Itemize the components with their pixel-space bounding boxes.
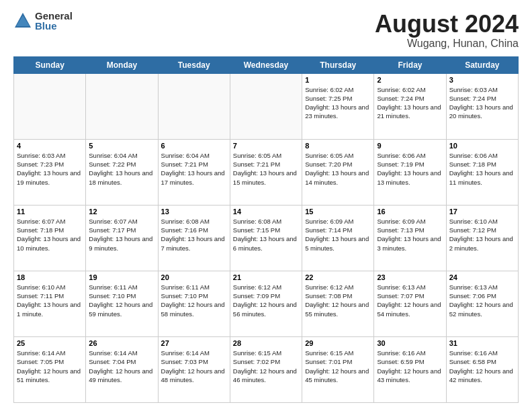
- location: Wugang, Hunan, China: [375, 38, 519, 50]
- day-info: Sunrise: 6:08 AM Sunset: 7:16 PM Dayligh…: [161, 217, 227, 253]
- day-info: Sunrise: 6:14 AM Sunset: 7:03 PM Dayligh…: [161, 349, 227, 384]
- weekday-sunday: Sunday: [14, 56, 86, 73]
- day-number: 25: [17, 339, 83, 347]
- day-number: 21: [233, 273, 299, 281]
- day-number: 31: [449, 339, 515, 347]
- calendar-cell: 19Sunrise: 6:11 AM Sunset: 7:10 PM Dayli…: [86, 271, 158, 336]
- calendar-cell: 15Sunrise: 6:09 AM Sunset: 7:14 PM Dayli…: [302, 205, 374, 271]
- day-info: Sunrise: 6:12 AM Sunset: 7:09 PM Dayligh…: [233, 283, 299, 318]
- weekday-saturday: Saturday: [446, 56, 518, 73]
- calendar-cell: [14, 73, 86, 139]
- day-info: Sunrise: 6:08 AM Sunset: 7:15 PM Dayligh…: [233, 217, 299, 253]
- calendar-cell: [158, 73, 230, 139]
- day-info: Sunrise: 6:13 AM Sunset: 7:06 PM Dayligh…: [449, 283, 515, 318]
- weekday-friday: Friday: [374, 56, 446, 73]
- calendar-cell: 29Sunrise: 6:15 AM Sunset: 7:01 PM Dayli…: [302, 336, 374, 402]
- day-info: Sunrise: 6:04 AM Sunset: 7:22 PM Dayligh…: [89, 151, 154, 187]
- calendar-cell: 8Sunrise: 6:05 AM Sunset: 7:20 PM Daylig…: [302, 139, 374, 205]
- calendar-cell: [230, 73, 302, 139]
- calendar-cell: 14Sunrise: 6:08 AM Sunset: 7:15 PM Dayli…: [230, 205, 302, 271]
- day-number: 14: [233, 208, 299, 216]
- day-info: Sunrise: 6:03 AM Sunset: 7:24 PM Dayligh…: [449, 85, 515, 121]
- logo-blue-text: Blue: [35, 21, 73, 31]
- day-number: 6: [161, 142, 227, 150]
- title-block: August 2024 Wugang, Hunan, China: [375, 11, 519, 50]
- day-number: 30: [377, 339, 443, 347]
- day-info: Sunrise: 6:10 AM Sunset: 7:11 PM Dayligh…: [17, 283, 83, 318]
- calendar-cell: 26Sunrise: 6:14 AM Sunset: 7:04 PM Dayli…: [86, 336, 158, 402]
- week-row-5: 25Sunrise: 6:14 AM Sunset: 7:05 PM Dayli…: [14, 336, 519, 402]
- day-number: 12: [89, 208, 154, 216]
- calendar-cell: 24Sunrise: 6:13 AM Sunset: 7:06 PM Dayli…: [446, 271, 518, 336]
- weekday-monday: Monday: [86, 56, 158, 73]
- day-number: 15: [305, 208, 371, 216]
- calendar-cell: 22Sunrise: 6:12 AM Sunset: 7:08 PM Dayli…: [302, 271, 374, 336]
- calendar-cell: 4Sunrise: 6:03 AM Sunset: 7:23 PM Daylig…: [14, 139, 86, 205]
- logo-icon: [13, 11, 32, 30]
- calendar-cell: 6Sunrise: 6:04 AM Sunset: 7:21 PM Daylig…: [158, 139, 230, 205]
- day-info: Sunrise: 6:09 AM Sunset: 7:14 PM Dayligh…: [305, 217, 371, 253]
- day-info: Sunrise: 6:11 AM Sunset: 7:10 PM Dayligh…: [89, 283, 154, 318]
- day-number: 18: [17, 273, 83, 281]
- calendar-cell: 30Sunrise: 6:16 AM Sunset: 6:59 PM Dayli…: [374, 336, 446, 402]
- day-info: Sunrise: 6:02 AM Sunset: 7:24 PM Dayligh…: [377, 85, 443, 121]
- day-number: 26: [89, 339, 154, 347]
- day-number: 29: [305, 339, 371, 347]
- day-info: Sunrise: 6:06 AM Sunset: 7:19 PM Dayligh…: [377, 151, 443, 187]
- day-info: Sunrise: 6:14 AM Sunset: 7:05 PM Dayligh…: [17, 349, 83, 384]
- calendar-table: SundayMondayTuesdayWednesdayThursdayFrid…: [13, 56, 519, 403]
- day-number: 10: [449, 142, 515, 150]
- svg-marker-1: [16, 15, 30, 26]
- calendar-cell: 23Sunrise: 6:13 AM Sunset: 7:07 PM Dayli…: [374, 271, 446, 336]
- day-number: 4: [17, 142, 83, 150]
- day-number: 22: [305, 273, 371, 281]
- weekday-thursday: Thursday: [302, 56, 374, 73]
- day-info: Sunrise: 6:04 AM Sunset: 7:21 PM Dayligh…: [161, 151, 227, 187]
- day-number: 16: [377, 208, 443, 216]
- day-number: 24: [449, 273, 515, 281]
- day-info: Sunrise: 6:14 AM Sunset: 7:04 PM Dayligh…: [89, 349, 154, 384]
- day-number: 23: [377, 273, 443, 281]
- logo-general-text: General: [35, 11, 73, 21]
- calendar-cell: 2Sunrise: 6:02 AM Sunset: 7:24 PM Daylig…: [374, 73, 446, 139]
- day-info: Sunrise: 6:10 AM Sunset: 7:12 PM Dayligh…: [449, 217, 515, 253]
- day-info: Sunrise: 6:15 AM Sunset: 7:02 PM Dayligh…: [233, 349, 299, 384]
- day-number: 1: [305, 76, 371, 84]
- calendar-cell: 16Sunrise: 6:09 AM Sunset: 7:13 PM Dayli…: [374, 205, 446, 271]
- page: General Blue August 2024 Wugang, Hunan, …: [0, 0, 532, 411]
- calendar-cell: [86, 73, 158, 139]
- calendar-cell: 10Sunrise: 6:06 AM Sunset: 7:18 PM Dayli…: [446, 139, 518, 205]
- weekday-tuesday: Tuesday: [158, 56, 230, 73]
- calendar-cell: 17Sunrise: 6:10 AM Sunset: 7:12 PM Dayli…: [446, 205, 518, 271]
- day-info: Sunrise: 6:11 AM Sunset: 7:10 PM Dayligh…: [161, 283, 227, 318]
- calendar-cell: 20Sunrise: 6:11 AM Sunset: 7:10 PM Dayli…: [158, 271, 230, 336]
- day-info: Sunrise: 6:07 AM Sunset: 7:18 PM Dayligh…: [17, 217, 83, 253]
- header: General Blue August 2024 Wugang, Hunan, …: [13, 11, 519, 50]
- day-info: Sunrise: 6:13 AM Sunset: 7:07 PM Dayligh…: [377, 283, 443, 318]
- calendar-cell: 18Sunrise: 6:10 AM Sunset: 7:11 PM Dayli…: [14, 271, 86, 336]
- day-info: Sunrise: 6:03 AM Sunset: 7:23 PM Dayligh…: [17, 151, 83, 187]
- day-info: Sunrise: 6:16 AM Sunset: 6:59 PM Dayligh…: [377, 349, 443, 384]
- calendar-cell: 25Sunrise: 6:14 AM Sunset: 7:05 PM Dayli…: [14, 336, 86, 402]
- weekday-wednesday: Wednesday: [230, 56, 302, 73]
- calendar-cell: 3Sunrise: 6:03 AM Sunset: 7:24 PM Daylig…: [446, 73, 518, 139]
- day-number: 19: [89, 273, 154, 281]
- week-row-4: 18Sunrise: 6:10 AM Sunset: 7:11 PM Dayli…: [14, 271, 519, 336]
- logo: General Blue: [13, 11, 73, 31]
- day-number: 3: [449, 76, 515, 84]
- calendar-cell: 28Sunrise: 6:15 AM Sunset: 7:02 PM Dayli…: [230, 336, 302, 402]
- calendar-cell: 11Sunrise: 6:07 AM Sunset: 7:18 PM Dayli…: [14, 205, 86, 271]
- day-number: 27: [161, 339, 227, 347]
- day-info: Sunrise: 6:07 AM Sunset: 7:17 PM Dayligh…: [89, 217, 154, 253]
- calendar-cell: 5Sunrise: 6:04 AM Sunset: 7:22 PM Daylig…: [86, 139, 158, 205]
- day-number: 7: [233, 142, 299, 150]
- day-number: 9: [377, 142, 443, 150]
- day-info: Sunrise: 6:02 AM Sunset: 7:25 PM Dayligh…: [305, 85, 371, 121]
- day-number: 2: [377, 76, 443, 84]
- day-number: 8: [305, 142, 371, 150]
- day-number: 20: [161, 273, 227, 281]
- calendar-cell: 27Sunrise: 6:14 AM Sunset: 7:03 PM Dayli…: [158, 336, 230, 402]
- calendar-cell: 12Sunrise: 6:07 AM Sunset: 7:17 PM Dayli…: [86, 205, 158, 271]
- day-number: 28: [233, 339, 299, 347]
- day-number: 5: [89, 142, 154, 150]
